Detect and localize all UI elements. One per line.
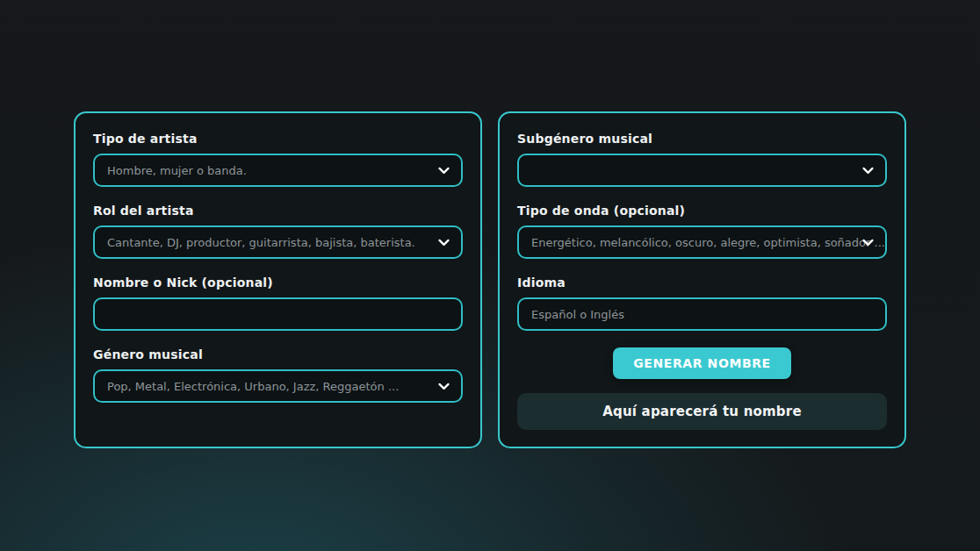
tipo-de-artista-select[interactable]: Hombre, mujer o banda. bbox=[93, 154, 463, 187]
rol-del-artista-placeholder: Cantante, DJ, productor, guitarrista, ba… bbox=[95, 236, 461, 249]
chevron-down-icon bbox=[861, 235, 876, 250]
chevron-down-icon bbox=[436, 163, 451, 178]
generated-name-text: Aquí aparecerá tu nombre bbox=[602, 404, 802, 419]
genero-musical-placeholder: Pop, Metal, Electrónica, Urbano, Jazz, R… bbox=[95, 380, 461, 393]
tipo-de-onda-label: Tipo de onda (opcional) bbox=[517, 204, 887, 218]
field-rol-del-artista: Rol del artista Cantante, DJ, productor,… bbox=[93, 204, 463, 259]
rol-del-artista-label: Rol del artista bbox=[93, 204, 463, 218]
genero-musical-select[interactable]: Pop, Metal, Electrónica, Urbano, Jazz, R… bbox=[93, 369, 463, 403]
subgenero-musical-label: Subgénero musical bbox=[517, 132, 887, 146]
chevron-down-icon bbox=[861, 163, 876, 178]
chevron-down-icon bbox=[436, 379, 451, 394]
rol-del-artista-select[interactable]: Cantante, DJ, productor, guitarrista, ba… bbox=[93, 225, 463, 259]
nombre-o-nick-label: Nombre o Nick (opcional) bbox=[93, 276, 463, 290]
field-idioma: Idioma bbox=[517, 276, 887, 331]
tipo-de-onda-placeholder: Energético, melancólico, oscuro, alegre,… bbox=[519, 236, 885, 249]
nombre-o-nick-input[interactable] bbox=[93, 297, 463, 331]
artist-form-left-panel: Tipo de artista Hombre, mujer o banda. R… bbox=[74, 111, 482, 448]
genero-musical-label: Género musical bbox=[93, 347, 463, 361]
subgenero-musical-select[interactable] bbox=[517, 154, 887, 187]
idioma-input[interactable] bbox=[517, 297, 887, 331]
tipo-de-artista-placeholder: Hombre, mujer o banda. bbox=[95, 164, 461, 177]
field-tipo-de-onda: Tipo de onda (opcional) Energético, mela… bbox=[517, 204, 887, 259]
field-genero-musical: Género musical Pop, Metal, Electrónica, … bbox=[93, 347, 463, 403]
field-tipo-de-artista: Tipo de artista Hombre, mujer o banda. bbox=[93, 132, 463, 187]
field-nombre-o-nick: Nombre o Nick (opcional) bbox=[93, 276, 463, 331]
chevron-down-icon bbox=[436, 235, 451, 250]
artist-form-right-panel: Subgénero musical Tipo de onda (opcional… bbox=[498, 111, 906, 448]
field-subgenero-musical: Subgénero musical bbox=[517, 132, 887, 187]
generated-name-result: Aquí aparecerá tu nombre bbox=[517, 393, 887, 430]
tipo-de-onda-select[interactable]: Energético, melancólico, oscuro, alegre,… bbox=[517, 225, 887, 259]
generate-name-button[interactable]: GENERAR NOMBRE bbox=[613, 347, 791, 379]
tipo-de-artista-label: Tipo de artista bbox=[93, 132, 463, 146]
idioma-label: Idioma bbox=[517, 276, 887, 290]
form-panels: Tipo de artista Hombre, mujer o banda. R… bbox=[74, 111, 906, 448]
